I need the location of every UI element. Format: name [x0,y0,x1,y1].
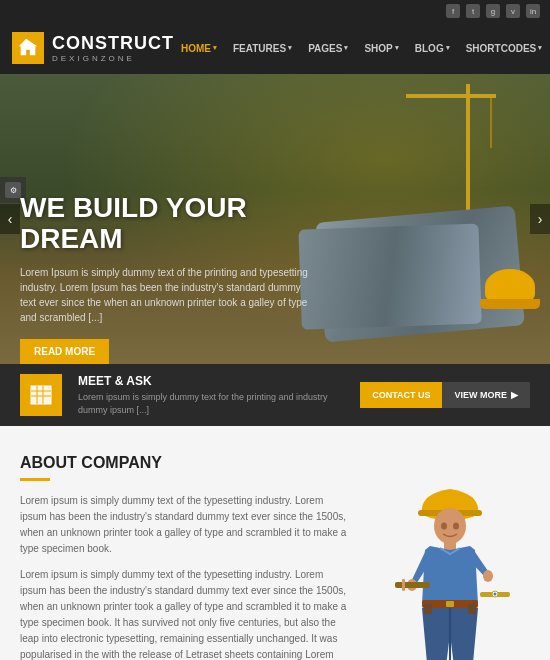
meet-title: MEET & ASK [78,374,344,388]
contact-us-button[interactable]: Contact Us [360,382,442,408]
svg-rect-23 [395,582,430,588]
svg-point-37 [494,593,497,596]
nav-arrow-shortcodes: ▾ [538,44,542,52]
hero-prev-button[interactable]: ‹ [0,204,20,234]
logo-main: CONSTRUCT [52,33,174,54]
meet-text: MEET & ASK Lorem ipsum is simply dummy t… [78,374,344,416]
nav-pages[interactable]: PAGES ▾ [301,39,355,58]
svg-rect-0 [31,386,51,404]
building-icon [29,383,53,407]
nav-arrow-blog: ▾ [446,44,450,52]
meet-icon [20,374,62,416]
main-nav: HOME ▾ FEATURES ▾ PAGES ▾ SHOP ▾ BLOG ▾ … [174,37,550,59]
svg-point-19 [441,523,447,530]
svg-rect-33 [424,604,432,614]
nav-arrow: ▾ [213,44,217,52]
nav-home[interactable]: HOME ▾ [174,39,224,58]
social-icon-t[interactable]: t [466,4,480,18]
hero-description: Lorem Ipsum is simply dummy text of the … [20,265,310,325]
hero-content: WE BUILD YOUR DREAM Lorem Ipsum is simpl… [0,173,330,364]
logo-text: CONSTRUCT DEXIGNZONE [52,33,174,63]
nav-shop[interactable]: SHOP ▾ [357,39,405,58]
about-section: ABOUT COMPANY Lorem ipsum is simply dumm… [0,426,550,660]
svg-rect-34 [468,604,476,614]
about-content: ABOUT COMPANY Lorem ipsum is simply dumm… [20,454,350,660]
svg-point-18 [434,508,466,544]
social-icon-in[interactable]: in [526,4,540,18]
social-icon-f[interactable]: f [446,4,460,18]
header: CONSTRUCT DEXIGNZONE HOME ▾ FEATURES ▾ P… [0,22,550,74]
about-text-2: Lorem ipsum is simply dummy text of the … [20,567,350,660]
nav-features[interactable]: FEATURES ▾ [226,39,299,58]
meet-bar: MEET & ASK Lorem ipsum is simply dummy t… [0,364,550,426]
about-title: ABOUT COMPANY [20,454,350,472]
svg-point-20 [453,523,459,530]
worker-figure [370,454,530,660]
nav-arrow-pages: ▾ [344,44,348,52]
svg-rect-24 [402,579,405,591]
meet-description: Lorem ipsum is simply dummy text for the… [78,391,344,416]
hero-title: WE BUILD YOUR DREAM [20,193,310,255]
hero-section: ⚙ ‹ › WE BUILD YOUR DREAM Lorem Ipsum is… [0,74,550,364]
nav-blog[interactable]: BLOG ▾ [408,39,457,58]
logo-sub: DEXIGNZONE [52,54,174,63]
worker-svg [380,474,520,660]
top-bar: f t g v in [0,0,550,22]
about-text-1: Lorem ipsum is simply dummy text of the … [20,493,350,557]
arrow-icon: ▶ [511,390,518,400]
about-title-underline [20,478,50,481]
hero-next-button[interactable]: › [530,204,550,234]
view-more-button[interactable]: View more ▶ [442,382,530,408]
logo[interactable]: CONSTRUCT DEXIGNZONE [12,32,174,64]
view-more-label: View more [454,390,507,400]
svg-point-25 [483,570,493,582]
about-worker-image [370,454,530,660]
svg-rect-27 [446,601,454,607]
svg-rect-21 [444,542,456,550]
nav-arrow-shop: ▾ [395,44,399,52]
social-icon-v[interactable]: v [506,4,520,18]
nav-arrow-features: ▾ [288,44,292,52]
social-icon-g[interactable]: g [486,4,500,18]
logo-icon [12,32,44,64]
meet-buttons: Contact Us View more ▶ [360,382,530,408]
read-more-button[interactable]: Read More [20,339,109,364]
helmet-decoration [485,269,535,304]
nav-shortcodes[interactable]: SHORTCODES ▾ [459,39,550,58]
